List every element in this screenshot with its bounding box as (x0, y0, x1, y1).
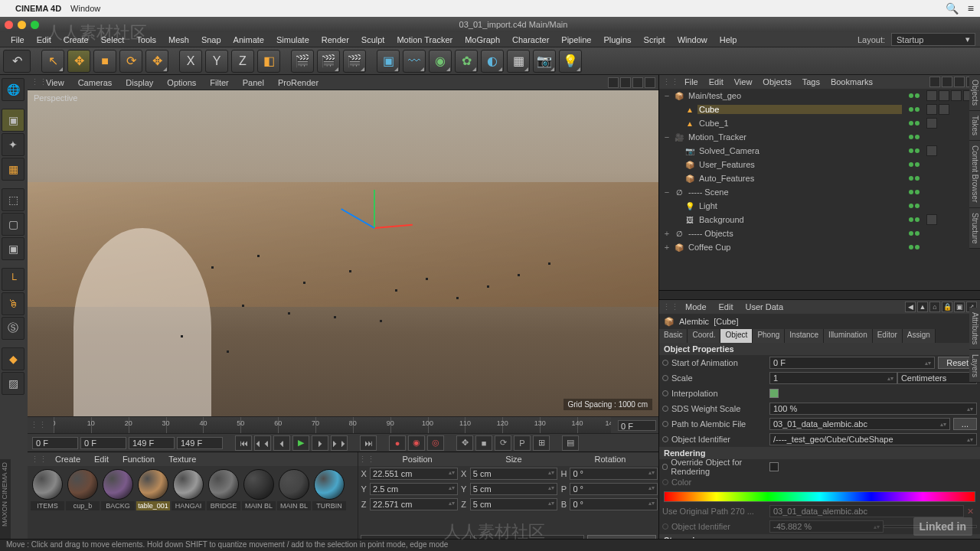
menu-mograph[interactable]: MoGraph (459, 33, 506, 47)
material-swatch[interactable]: cup_b (66, 469, 100, 548)
prev-frame-button[interactable]: ⏴ (273, 435, 290, 451)
object-tag[interactable] (939, 104, 949, 115)
material-swatch[interactable]: BRIDGE (207, 469, 240, 548)
spotlight-icon[interactable]: 🔍 (946, 2, 959, 15)
menu-icon[interactable]: ≡ (968, 2, 974, 15)
object-tree-row[interactable]: 🖼 Background (659, 213, 980, 227)
add-environment-button[interactable]: ◐ (481, 50, 504, 73)
menu-window[interactable]: Window (671, 33, 714, 47)
attr-tab[interactable]: Basic (659, 329, 688, 343)
render-settings-button[interactable]: 🎬 (343, 50, 366, 73)
next-frame-button[interactable]: ⏵ (312, 435, 328, 451)
view-menu-options[interactable]: Options (161, 77, 202, 89)
menu-tools[interactable]: Tools (130, 33, 162, 47)
object-tag[interactable] (926, 145, 937, 156)
minimize-window-button[interactable] (18, 21, 26, 29)
points-mode-button[interactable]: ⬚ (2, 188, 24, 211)
axis-mode-button[interactable]: └ (2, 268, 24, 291)
menu-help[interactable]: Help (714, 33, 743, 47)
object-tag[interactable] (951, 90, 962, 101)
om-search-icon[interactable] (929, 77, 940, 87)
om-menu-edit[interactable]: Edit (704, 76, 729, 88)
object-tree-row[interactable]: − ∅ ----- Scene (659, 185, 980, 199)
material-swatch[interactable]: ITEMS (31, 469, 64, 548)
mat-menu-edit[interactable]: Edit (88, 453, 115, 465)
prop-value-field[interactable]: /----_test_geo/Cube/CubeShape▴▾ (769, 433, 977, 445)
grip-icon[interactable]: ⋮⋮ (28, 420, 49, 430)
model-mode-button[interactable]: ▣ (2, 109, 24, 132)
om-menu-view[interactable]: View (729, 76, 758, 88)
attr-tab[interactable]: Object (720, 329, 753, 343)
prop-action-button[interactable]: ... (953, 418, 977, 430)
am-menu-mode[interactable]: Mode (679, 301, 713, 313)
menu-select[interactable]: Select (95, 33, 131, 47)
texture-mode-button[interactable]: ✦ (2, 133, 24, 156)
coord-system-toggle[interactable]: ◧ (257, 50, 280, 73)
object-tree-row[interactable]: 💡 Light (659, 199, 980, 213)
om-view-icon[interactable] (954, 77, 965, 87)
menu-plugins[interactable]: Plugins (597, 33, 637, 47)
expand-toggle[interactable]: − (662, 187, 671, 197)
scale-tool[interactable]: ■ (93, 50, 116, 73)
goto-end-button[interactable]: ⏭ (360, 435, 377, 451)
ghost-path-field[interactable]: 03_01_data_alembic.abc (769, 505, 964, 517)
x-axis-toggle[interactable]: X (179, 50, 202, 73)
menu-file[interactable]: File (5, 33, 31, 47)
autokey-button[interactable]: ◉ (408, 435, 425, 451)
material-swatch[interactable]: TURBIN (312, 469, 346, 548)
menu-mesh[interactable]: Mesh (162, 33, 195, 47)
prop-value-field[interactable]: 03_01_data_alembic.abc▴▾ (769, 418, 950, 430)
menu-edit[interactable]: Edit (31, 33, 57, 47)
attr-tab[interactable]: Assign (903, 329, 936, 343)
close-icon[interactable]: ✕ (964, 507, 977, 517)
coord-rot-field[interactable]: 0 °▴▾ (570, 498, 658, 510)
locked-workplane-button[interactable]: ◆ (2, 347, 24, 370)
coord-rot-field[interactable]: 0 °▴▾ (570, 483, 658, 495)
viewport-nav-icon[interactable] (645, 77, 655, 88)
om-menu-objects[interactable]: Objects (757, 76, 796, 88)
prop-value-field[interactable]: 0 F▴▾ (769, 357, 935, 369)
coord-pos-field[interactable]: 2.5 cm▴▾ (370, 483, 458, 495)
menu-character[interactable]: Character (506, 33, 555, 47)
view-menu-display[interactable]: Display (119, 77, 159, 89)
y-axis-toggle[interactable]: Y (205, 50, 228, 73)
object-tree-row[interactable]: 📦 User_Features (659, 158, 980, 171)
add-spline-button[interactable]: 〰 (403, 50, 426, 73)
grip-icon[interactable]: ⋮⋮ (31, 77, 38, 87)
coord-pos-field[interactable]: 22.551 cm▴▾ (370, 468, 458, 480)
menu-script[interactable]: Script (638, 33, 671, 47)
expand-toggle[interactable]: + (662, 243, 671, 252)
goto-start-button[interactable]: ⏮ (235, 435, 252, 451)
current-frame-field[interactable]: 0 F (32, 437, 78, 449)
object-tree-row[interactable]: ▲ Cube (659, 103, 980, 116)
key-scale-button[interactable]: ■ (475, 435, 492, 451)
om-filter-icon[interactable] (942, 77, 952, 87)
ghost-pct-field[interactable]: -45.882 %▴▾ (769, 520, 884, 533)
am-back-icon[interactable]: ◀ (905, 302, 916, 312)
planar-workplane-button[interactable]: ▨ (2, 372, 24, 395)
object-tag[interactable] (939, 90, 949, 101)
range-cursor-field[interactable]: 149 F (177, 437, 223, 449)
menu-animate[interactable]: Animate (227, 33, 270, 47)
menu-simulate[interactable]: Simulate (270, 33, 315, 47)
object-tree-row[interactable]: + 📦 Coffee Cup (659, 240, 980, 254)
viewport-nav-icon[interactable] (620, 77, 631, 88)
timeline-ruler[interactable]: ⋮⋮ 0102030405060708090100110120130140149… (28, 416, 658, 433)
menu-pipeline[interactable]: Pipeline (555, 33, 597, 47)
tab-takes[interactable]: Takes (969, 111, 980, 141)
object-tag[interactable] (926, 90, 937, 101)
object-tree-row[interactable]: + ∅ ----- Objects (659, 227, 980, 240)
coord-size-field[interactable]: 5 cm▴▾ (470, 483, 558, 495)
prop-checkbox[interactable] (769, 389, 779, 398)
add-generator-button[interactable]: ◉ (429, 50, 452, 73)
rotate-tool[interactable]: ⟳ (119, 50, 142, 73)
material-swatch[interactable]: MAIN BL (242, 469, 276, 548)
am-new-icon[interactable]: ▣ (954, 302, 965, 312)
menu-sculpt[interactable]: Sculpt (355, 33, 391, 47)
add-cube-button[interactable]: ▣ (377, 50, 400, 73)
attr-tab[interactable]: Illumination (824, 329, 873, 343)
key-pos-button[interactable]: ✥ (456, 435, 473, 451)
object-tag[interactable] (926, 118, 937, 129)
close-window-button[interactable] (5, 21, 13, 29)
object-tag[interactable] (926, 214, 937, 225)
